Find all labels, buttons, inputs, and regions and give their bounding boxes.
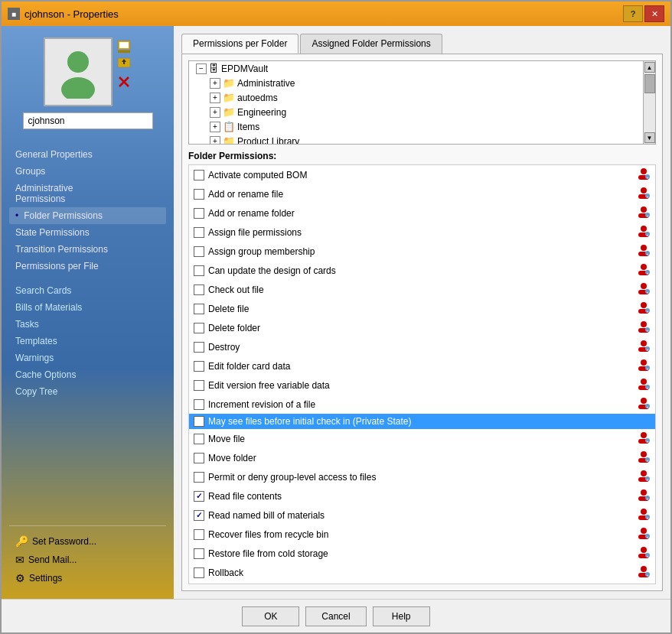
permission-item-delete-file[interactable]: Delete file +: [189, 299, 655, 318]
permission-item-increment-revision-file[interactable]: Increment revision of a file +: [189, 395, 655, 414]
sidebar-item-copy-tree[interactable]: Copy Tree: [9, 383, 166, 400]
perm-checkbox-delete-file[interactable]: [194, 304, 204, 314]
permission-item-may-see-files-before-initial[interactable]: May see files before initial check in (P…: [189, 414, 655, 429]
sidebar-item-warnings[interactable]: Warnings: [9, 350, 166, 366]
perm-checkbox-move-file[interactable]: [194, 434, 204, 444]
close-button[interactable]: ✕: [644, 5, 664, 22]
avatar-upload-icon[interactable]: [116, 57, 132, 72]
tree-expand-epdmvault[interactable]: −: [196, 63, 207, 74]
sidebar-item-search-cards[interactable]: Search Cards: [9, 282, 166, 299]
sidebar-item-send-mail[interactable]: ✉ Send Mail...: [9, 551, 166, 569]
tree-item-administrative[interactable]: + 📁 Administrative: [189, 76, 655, 90]
perm-checkbox-add-rename-folder[interactable]: [194, 208, 204, 219]
svg-point-58: [641, 398, 647, 404]
permission-item-destroy[interactable]: Destroy +: [189, 337, 655, 356]
permission-item-assign-group-membership[interactable]: Assign group membership +: [189, 242, 655, 261]
perm-checkbox-assign-file-permissions[interactable]: [194, 227, 204, 238]
perm-checkbox-read-named-bill-of-materials[interactable]: [194, 510, 204, 521]
perm-checkbox-edit-version-free-variable-data[interactable]: [194, 380, 204, 391]
tree-expand-product-library[interactable]: +: [210, 136, 220, 145]
tree-expand-items[interactable]: +: [210, 122, 220, 132]
permission-item-rollback[interactable]: Rollback +: [189, 563, 655, 582]
perm-checkbox-restore-file-cold-storage[interactable]: [194, 548, 204, 559]
tree-item-epdmvault[interactable]: − 🗄 EPDMVault: [189, 61, 655, 76]
tree-expand-engineering[interactable]: +: [210, 107, 220, 118]
sidebar-item-transition-permissions[interactable]: Transition Permissions: [9, 241, 166, 258]
perm-checkbox-activate-computed-bom[interactable]: [194, 170, 204, 180]
perm-checkbox-can-update-design-cards[interactable]: [194, 265, 204, 276]
permission-item-read-named-bill-of-materials[interactable]: Read named bill of materials +: [189, 506, 655, 525]
perm-checkbox-recover-files-from-recycle[interactable]: [194, 529, 204, 540]
tree-expand-administrative[interactable]: +: [210, 78, 220, 89]
tree-expand-autoedms[interactable]: +: [210, 93, 220, 103]
help-title-button[interactable]: ?: [623, 5, 643, 22]
permission-item-activate-computed-bom[interactable]: Activate computed BOM +: [189, 165, 655, 184]
perm-checkbox-edit-folder-card-data[interactable]: [194, 361, 204, 372]
scroll-down-arrow[interactable]: ▼: [644, 132, 655, 143]
tree-item-items[interactable]: + 📋 Items: [189, 119, 655, 134]
sidebar-item-permissions-per-file[interactable]: Permissions per File: [9, 258, 166, 275]
cancel-button[interactable]: Cancel: [305, 606, 366, 626]
permission-item-assign-file-permissions[interactable]: Assign file permissions +: [189, 223, 655, 242]
folder-tree[interactable]: − 🗄 EPDMVault + 📁 Administrative + 📁: [188, 60, 656, 145]
sidebar-item-cache-options[interactable]: Cache Options: [9, 366, 166, 383]
sidebar-item-bills-of-materials[interactable]: Bills of Materials: [9, 299, 166, 316]
sidebar-item-general-properties[interactable]: General Properties: [9, 146, 166, 163]
perm-checkbox-destroy[interactable]: [194, 342, 204, 353]
perm-checkbox-delete-folder[interactable]: [194, 323, 204, 333]
nav-label: Settings: [29, 573, 62, 584]
perm-label-read-named-bill-of-materials: Read named bill of materials: [208, 510, 633, 521]
permission-item-restore-file-cold-storage[interactable]: Restore file from cold storage +: [189, 544, 655, 563]
username-input[interactable]: cjohnson: [23, 112, 153, 129]
sidebar-item-state-permissions[interactable]: State Permissions: [9, 224, 166, 241]
tab-assigned-folder-permissions[interactable]: Assigned Folder Permissions: [300, 34, 442, 54]
permission-item-edit-folder-card-data[interactable]: Edit folder card data +: [189, 356, 655, 376]
sidebar-item-groups[interactable]: Groups: [9, 163, 166, 180]
perm-checkbox-check-out-file[interactable]: [194, 284, 204, 295]
sidebar-item-folder-permissions[interactable]: Folder Permissions: [9, 207, 166, 224]
tree-scrollbar[interactable]: ▲ ▼: [643, 61, 655, 144]
permissions-list[interactable]: Activate computed BOM + Add or rename fi…: [188, 164, 656, 584]
perm-checkbox-move-folder[interactable]: [194, 453, 204, 463]
avatar-edit-icon[interactable]: [116, 39, 132, 54]
permission-item-move-file[interactable]: Move file +: [189, 429, 655, 448]
sidebar-item-settings[interactable]: ⚙ Settings: [9, 569, 166, 587]
svg-rect-4: [118, 50, 130, 53]
permission-item-permit-deny-group-level-access[interactable]: Permit or deny group-level access to fil…: [189, 467, 655, 486]
permission-item-add-rename-file[interactable]: Add or rename file +: [189, 184, 655, 203]
permission-item-add-rename-folder[interactable]: Add or rename folder +: [189, 203, 655, 223]
folder-icon: 📁: [223, 92, 235, 103]
tree-item-engineering[interactable]: + 📁 Engineering: [189, 105, 655, 119]
perm-checkbox-increment-revision-file[interactable]: [194, 399, 204, 410]
perm-checkbox-rollback[interactable]: [194, 567, 204, 578]
tree-item-product-library[interactable]: + 📁 Product Library: [189, 134, 655, 145]
sidebar-item-admin-permissions[interactable]: AdministrativePermissions: [9, 180, 166, 207]
permission-item-can-update-design-cards[interactable]: Can update the design of cards +: [189, 261, 655, 280]
help-button[interactable]: Help: [373, 606, 430, 626]
tree-item-autoedms[interactable]: + 📁 autoedms: [189, 90, 655, 105]
perm-checkbox-read-file-contents[interactable]: [194, 491, 204, 502]
ok-button[interactable]: OK: [242, 606, 299, 626]
scroll-up-arrow[interactable]: ▲: [644, 62, 655, 73]
perm-checkbox-permit-deny-group-level-access[interactable]: [194, 472, 204, 483]
permission-item-read-file-contents[interactable]: Read file contents +: [189, 486, 655, 506]
sidebar-item-templates[interactable]: Templates: [9, 333, 166, 350]
permission-item-check-out-file[interactable]: Check out file +: [189, 280, 655, 299]
perm-checkbox-add-rename-file[interactable]: [194, 189, 204, 200]
svg-text:+: +: [647, 232, 649, 237]
svg-point-22: [641, 226, 647, 232]
permission-item-see-computed-bom[interactable]: See computed BOM +: [189, 582, 655, 584]
tab-permissions-per-folder[interactable]: Permissions per Folder: [181, 34, 298, 54]
user-icon-edit-version-free-variable-data: +: [637, 377, 651, 393]
svg-point-30: [641, 264, 647, 270]
sidebar-item-set-password[interactable]: 🔑 Set Password...: [9, 532, 166, 551]
scroll-thumb[interactable]: [644, 74, 655, 93]
perm-checkbox-assign-group-membership[interactable]: [194, 246, 204, 257]
permission-item-delete-folder[interactable]: Delete folder +: [189, 318, 655, 337]
perm-checkbox-may-see-files-before-initial[interactable]: [194, 416, 204, 427]
permission-item-edit-version-free-variable-data[interactable]: Edit version free variable data +: [189, 376, 655, 395]
permission-item-recover-files-from-recycle[interactable]: Recover files from recycle bin +: [189, 525, 655, 544]
permission-item-move-folder[interactable]: Move folder +: [189, 448, 655, 467]
sidebar-item-tasks[interactable]: Tasks: [9, 316, 166, 333]
avatar-delete-icon[interactable]: [116, 74, 132, 89]
